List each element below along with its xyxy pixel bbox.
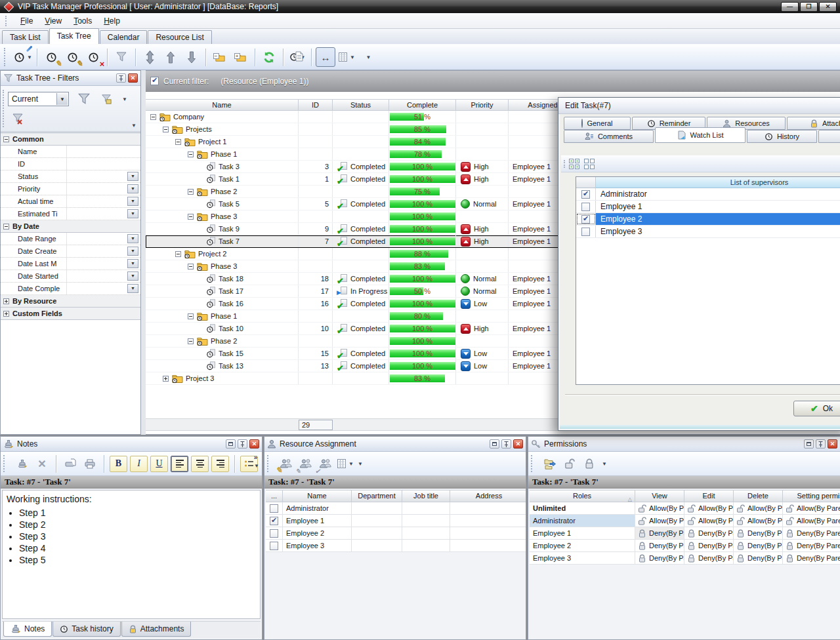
ra-row-employee-3[interactable]: Employee 3 [266, 540, 526, 552]
column-header-priority[interactable]: Priority [456, 99, 509, 111]
uncheck-all-icon[interactable] [584, 159, 595, 169]
perm-setting-permissions-cell[interactable]: Deny(By Parent) [783, 527, 840, 539]
perm-row-employee-2[interactable]: Employee 2Deny(By Parent)Deny(By Parent)… [530, 540, 840, 552]
supervisor-checkbox[interactable] [581, 203, 590, 211]
save-filter-button[interactable] [96, 90, 116, 108]
column-header-id[interactable]: ID [299, 99, 333, 111]
column-header-status[interactable]: Status [333, 99, 389, 111]
perm-setting-permissions-cell[interactable]: Allow(By Parent) [783, 502, 840, 514]
chevron-down-icon[interactable]: ▼ [127, 259, 138, 268]
filter-field-date-create[interactable]: Date Create▼ [1, 245, 140, 258]
unassign-resource-button[interactable]: ✔ [316, 454, 335, 473]
perm-view-cell[interactable]: Deny(By Parent) [635, 527, 684, 539]
ra-column-name[interactable]: Name [283, 490, 352, 502]
align-right-button[interactable] [211, 456, 229, 472]
move-up-button[interactable] [161, 47, 180, 67]
expand-icon[interactable] [163, 127, 169, 132]
chevron-down-icon[interactable]: ▼ [127, 284, 138, 293]
perm-edit-cell[interactable]: Allow(By Parent) [684, 502, 734, 514]
filter-field-name[interactable]: Name [1, 146, 140, 158]
chevron-down-icon[interactable]: ▼ [131, 123, 136, 129]
chevron-down-icon[interactable]: ▼ [358, 461, 363, 467]
tab-resource-list[interactable]: Resource List [148, 30, 211, 44]
restore-panel-icon[interactable] [490, 439, 499, 449]
ra-row-employee-1[interactable]: Employee 1 [266, 515, 526, 527]
dialog-tab-history[interactable]: History [747, 130, 817, 143]
perm-view-cell[interactable]: Allow(By Parent) [635, 502, 684, 514]
chevron-down-icon[interactable]: ▼ [127, 184, 138, 193]
supervisor-checkbox[interactable] [581, 215, 590, 224]
dialog-tab-blank[interactable] [818, 130, 840, 143]
ra-column-[interactable]: ... [266, 490, 283, 502]
chevron-down-icon[interactable]: ▼ [127, 209, 138, 218]
filter-field-estimated-ti[interactable]: Estimated Ti▼ [1, 208, 140, 220]
apply-filter-button[interactable] [74, 90, 94, 108]
ra-column-job-title[interactable]: Job title [402, 490, 450, 502]
expand-icon[interactable] [3, 224, 9, 230]
check-all-icon[interactable] [569, 159, 579, 169]
ra-row-employee-2[interactable]: Employee 2 [266, 527, 526, 540]
dialog-tab-attachments[interactable]: Attachments [787, 117, 840, 130]
chevron-down-icon[interactable]: ▼ [127, 271, 138, 281]
supervisor-checkbox[interactable] [581, 190, 590, 199]
filter-field-date-started[interactable]: Date Started▼ [1, 270, 140, 283]
bold-button[interactable]: B [110, 456, 127, 472]
perm-view-cell[interactable]: Deny(By Parent) [635, 552, 684, 564]
perm-row-administrator[interactable]: AdministratorAllow(By Parent)Allow(By Pa… [530, 515, 840, 527]
restore-panel-icon[interactable] [804, 439, 814, 449]
refresh-button[interactable] [259, 47, 279, 67]
chevron-down-icon[interactable]: ▼ [127, 247, 138, 256]
perm-view-cell[interactable]: Deny(By Parent) [635, 540, 684, 551]
chevron-down-icon[interactable]: ▼ [366, 54, 371, 60]
filter-field-id[interactable]: ID [1, 158, 140, 170]
assign-resource-button[interactable]: ✎ [277, 454, 295, 473]
expand-icon[interactable] [3, 311, 9, 317]
perm-edit-cell[interactable]: Deny(By Parent) [684, 552, 734, 564]
close-button[interactable]: ✕ [819, 2, 837, 12]
perm-delete-cell[interactable]: Allow(By Parent) [734, 515, 783, 527]
expand-all-button[interactable]: + [231, 47, 251, 67]
perm-column-view[interactable]: View [635, 490, 684, 502]
collapse-all-button[interactable]: − [210, 47, 230, 67]
perm-delete-cell[interactable]: Deny(By Parent) [734, 540, 783, 551]
filter-group-custom-fields[interactable]: Custom Fields [1, 308, 140, 320]
close-panel-icon[interactable]: ✕ [513, 439, 523, 449]
filter-group-by-resource[interactable]: By Resource [1, 295, 140, 308]
filter-preset-select[interactable]: Current ▼ [8, 92, 69, 106]
ra-column-department[interactable]: Department [352, 490, 402, 502]
pin-icon[interactable] [238, 439, 247, 449]
notes-tab-notes[interactable]: Notes [3, 622, 52, 637]
filter-field-priority[interactable]: Priority▼ [1, 183, 140, 195]
edit-task-button[interactable]: ✎ [62, 47, 82, 67]
expand-icon[interactable] [3, 136, 9, 142]
perm-column-setting-permissions[interactable]: Setting permissions [783, 490, 840, 502]
assign-checkbox[interactable] [270, 504, 278, 513]
align-left-button[interactable] [171, 456, 188, 472]
copy-permissions-button[interactable] [541, 454, 559, 473]
menu-file[interactable]: File [14, 14, 39, 28]
vertical-splitter[interactable] [141, 70, 146, 435]
perm-delete-cell[interactable]: Deny(By Parent) [734, 552, 783, 564]
print-preview-button[interactable] [61, 454, 79, 473]
move-down-button[interactable] [182, 47, 201, 67]
filter-group-by-date[interactable]: By Date [1, 220, 140, 233]
perm-setting-permissions-cell[interactable]: Deny(By Parent) [783, 552, 840, 564]
minimize-button[interactable]: — [781, 2, 799, 12]
unlock-button[interactable] [560, 454, 579, 473]
dialog-tab-general[interactable]: General [564, 117, 631, 130]
expand-icon[interactable] [188, 264, 194, 270]
perm-delete-cell[interactable]: Deny(By Parent) [734, 527, 783, 539]
perm-setting-permissions-cell[interactable]: Deny(By Parent) [783, 540, 840, 551]
perm-edit-cell[interactable]: Deny(By Parent) [684, 527, 734, 539]
expand-icon[interactable] [150, 114, 156, 120]
expand-icon[interactable] [188, 313, 194, 319]
chevron-down-icon[interactable]: ▼ [348, 461, 354, 467]
chevron-down-icon[interactable]: ▼ [56, 93, 68, 105]
filter-button[interactable] [112, 47, 131, 67]
chevron-down-icon[interactable]: ▼ [27, 54, 32, 60]
report-button[interactable]: ▼ [287, 47, 307, 67]
perm-column-delete[interactable]: Delete [734, 490, 783, 502]
expand-icon[interactable] [3, 298, 9, 304]
assign-options-button[interactable]: ✎ [297, 454, 315, 473]
menu-view[interactable]: View [39, 14, 68, 28]
